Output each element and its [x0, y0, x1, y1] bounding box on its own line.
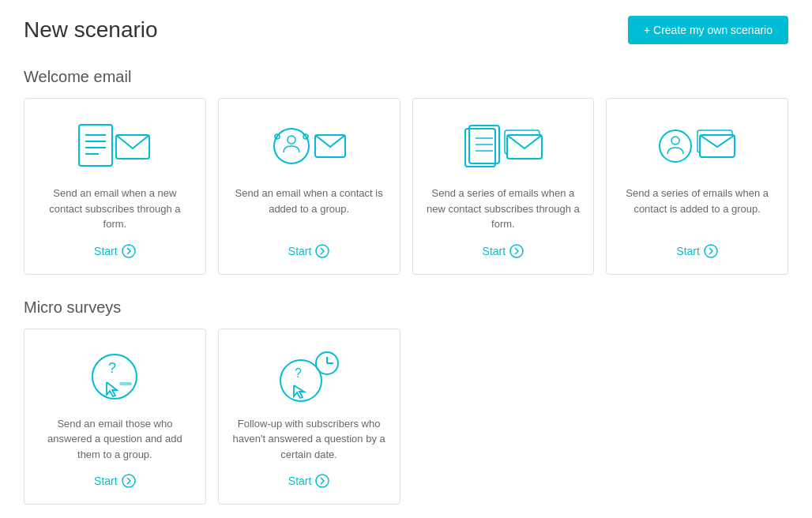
card-3-start[interactable]: Start	[483, 244, 524, 258]
card-series-email-group[interactable]: Send a series of emails when a contact i…	[606, 98, 788, 275]
card-6-icon: ?	[269, 349, 348, 404]
card-single-email-group[interactable]: Send an email when a contact is added to…	[218, 98, 400, 275]
svg-rect-0	[79, 125, 112, 166]
svg-point-29	[122, 475, 135, 487]
svg-point-35	[316, 475, 329, 487]
create-scenario-button[interactable]: + Create my own scenario	[628, 16, 788, 44]
card-5-start[interactable]: Start	[94, 474, 136, 488]
card-3-icon	[464, 118, 543, 174]
svg-text:?: ?	[295, 366, 302, 380]
page-title: New scenario	[24, 17, 158, 43]
svg-point-22	[671, 137, 679, 145]
card-2-start[interactable]: Start	[288, 244, 330, 258]
card-single-email-form[interactable]: Send an email when a new contact subscri…	[24, 98, 206, 275]
card-survey-answered[interactable]: ? Send an email those who answered a que…	[24, 328, 206, 505]
svg-point-8	[288, 136, 295, 144]
card-5-desc: Send an email those who answered a quest…	[36, 416, 194, 463]
micro-surveys-section: Micro surveys ? Send an email those who …	[24, 298, 788, 505]
card-1-desc: Send an email when a new contact subscri…	[36, 186, 194, 232]
welcome-email-cards: Send an email when a new contact subscri…	[24, 98, 788, 275]
svg-point-20	[510, 245, 523, 257]
card-4-start[interactable]: Start	[676, 244, 718, 258]
welcome-email-section: Welcome email Send an email when a new c…	[24, 68, 788, 275]
card-4-icon	[658, 118, 737, 174]
micro-surveys-cards: ? Send an email those who answered a que…	[24, 328, 788, 505]
svg-rect-28	[119, 382, 132, 385]
svg-point-25	[705, 245, 717, 257]
svg-point-6	[122, 245, 135, 257]
card-5-icon: ?	[75, 349, 154, 404]
card-2-icon	[269, 118, 348, 174]
svg-point-12	[316, 245, 329, 257]
card-survey-not-answered[interactable]: ? Follow-up with subscribers who haven't…	[218, 328, 400, 505]
svg-text:?: ?	[108, 360, 116, 376]
card-series-email-form[interactable]: Send a series of emails when a new conta…	[412, 98, 595, 275]
card-6-start[interactable]: Start	[288, 474, 330, 488]
card-6-desc: Follow-up with subscribers who haven't a…	[231, 416, 388, 463]
card-1-icon	[75, 118, 154, 174]
card-3-desc: Send a series of emails when a new conta…	[425, 186, 582, 232]
svg-point-21	[660, 130, 691, 162]
welcome-email-title: Welcome email	[24, 68, 788, 86]
card-4-desc: Send a series of emails when a contact i…	[618, 186, 776, 232]
micro-surveys-title: Micro surveys	[24, 298, 788, 317]
card-1-start[interactable]: Start	[94, 244, 136, 258]
card-2-desc: Send an email when a contact is added to…	[231, 186, 388, 232]
